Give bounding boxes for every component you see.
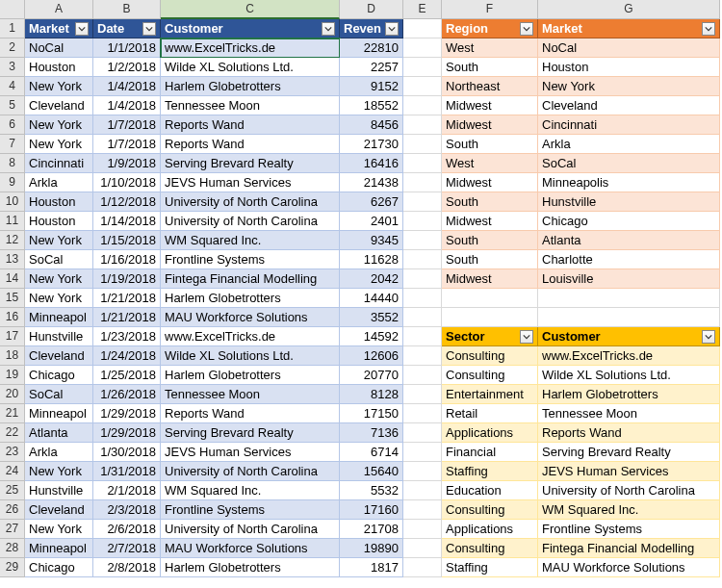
table2-header-market[interactable]: Market [538, 19, 720, 38]
table1-market[interactable]: SoCal [25, 385, 93, 404]
table3-sector[interactable]: Consulting [442, 346, 538, 366]
column-header[interactable]: A [25, 0, 93, 19]
table2-region[interactable]: South [442, 250, 538, 269]
table1-customer[interactable]: Serving Brevard Realty [161, 423, 340, 443]
empty-cell[interactable] [403, 289, 442, 308]
row-header[interactable]: 25 [0, 481, 25, 500]
filter-dropdown-icon[interactable] [322, 22, 335, 36]
table3-sector[interactable]: Financial [442, 443, 538, 462]
empty-cell[interactable] [403, 173, 442, 192]
table1-date[interactable]: 1/30/2018 [93, 443, 161, 462]
table1-date[interactable]: 1/16/2018 [93, 250, 161, 269]
table1-date[interactable]: 1/29/2018 [93, 404, 161, 423]
table3-customer[interactable]: Fintega Financial Modelling [538, 539, 720, 558]
table2-region[interactable]: Midwest [442, 212, 538, 231]
table3-sector[interactable]: Staffing [442, 462, 538, 481]
empty-cell[interactable] [403, 500, 442, 520]
table1-date[interactable]: 1/10/2018 [93, 173, 161, 192]
table1-date[interactable]: 1/23/2018 [93, 327, 161, 346]
table1-header-customer[interactable]: Customer [161, 19, 340, 38]
empty-cell[interactable] [403, 443, 442, 462]
table1-reven[interactable]: 9345 [340, 231, 403, 250]
row-header[interactable]: 24 [0, 462, 25, 481]
table2-region[interactable]: South [442, 231, 538, 250]
table1-date[interactable]: 1/19/2018 [93, 269, 161, 289]
table1-market[interactable]: Minneapol [25, 539, 93, 558]
table1-market[interactable]: New York [25, 462, 93, 481]
empty-cell[interactable] [403, 481, 442, 500]
table1-reven[interactable]: 6267 [340, 192, 403, 212]
table2-region[interactable]: Midwest [442, 269, 538, 289]
row-header[interactable]: 21 [0, 404, 25, 423]
table1-reven[interactable]: 15640 [340, 462, 403, 481]
table1-customer[interactable]: Reports Wand [161, 135, 340, 154]
table3-sector[interactable]: Education [442, 481, 538, 500]
table1-date[interactable]: 2/6/2018 [93, 520, 161, 539]
table3-sector[interactable]: Consulting [442, 366, 538, 385]
row-header[interactable]: 2 [0, 38, 25, 58]
row-header[interactable]: 11 [0, 212, 25, 231]
table1-market[interactable]: New York [25, 115, 93, 135]
table1-reven[interactable]: 17150 [340, 404, 403, 423]
table3-sector[interactable]: Staffing [442, 558, 538, 577]
table1-reven[interactable]: 22810 [340, 38, 403, 58]
row-header[interactable]: 5 [0, 96, 25, 115]
table2-market[interactable]: Atlanta [538, 231, 720, 250]
table1-customer[interactable]: Harlem Globetrotters [161, 558, 340, 577]
table1-market[interactable]: Houston [25, 58, 93, 77]
table3-sector[interactable]: Consulting [442, 539, 538, 558]
table1-customer[interactable]: JEVS Human Services [161, 173, 340, 192]
table2-region[interactable]: South [442, 135, 538, 154]
table1-customer[interactable]: Fintega Financial Modelling [161, 269, 340, 289]
row-header[interactable]: 26 [0, 500, 25, 520]
table1-customer[interactable]: University of North Carolina [161, 462, 340, 481]
select-all-corner[interactable] [0, 0, 25, 19]
table2-market[interactable]: Hunstville [538, 192, 720, 212]
table3-customer[interactable]: www.ExcelTricks.de [538, 346, 720, 366]
table2-market[interactable]: Charlotte [538, 250, 720, 269]
table1-customer[interactable]: Tennessee Moon [161, 385, 340, 404]
table1-date[interactable]: 2/1/2018 [93, 481, 161, 500]
row-header[interactable]: 9 [0, 173, 25, 192]
table1-date[interactable]: 1/24/2018 [93, 346, 161, 366]
row-header[interactable]: 10 [0, 192, 25, 212]
table1-reven[interactable]: 18552 [340, 96, 403, 115]
table1-market[interactable]: Cleveland [25, 96, 93, 115]
row-header[interactable]: 23 [0, 443, 25, 462]
row-header[interactable]: 4 [0, 77, 25, 96]
row-header[interactable]: 13 [0, 250, 25, 269]
row-header[interactable]: 18 [0, 346, 25, 366]
table1-customer[interactable]: Harlem Globetrotters [161, 366, 340, 385]
table1-market[interactable]: Minneapol [25, 308, 93, 327]
table1-date[interactable]: 1/4/2018 [93, 77, 161, 96]
table2-region[interactable]: West [442, 38, 538, 58]
table1-reven[interactable]: 12606 [340, 346, 403, 366]
table3-customer[interactable]: MAU Workforce Solutions [538, 558, 720, 577]
table1-date[interactable]: 1/15/2018 [93, 231, 161, 250]
table1-customer[interactable]: University of North Carolina [161, 192, 340, 212]
table1-customer[interactable]: Serving Brevard Realty [161, 154, 340, 173]
table1-customer[interactable]: University of North Carolina [161, 520, 340, 539]
table1-reven[interactable]: 21708 [340, 520, 403, 539]
empty-cell[interactable] [403, 58, 442, 77]
table1-market[interactable]: New York [25, 269, 93, 289]
table1-market[interactable]: Chicago [25, 558, 93, 577]
table3-customer[interactable]: WM Squared Inc. [538, 500, 720, 520]
empty-cell[interactable] [403, 462, 442, 481]
empty-cell[interactable] [403, 192, 442, 212]
table3-sector[interactable]: Consulting [442, 500, 538, 520]
table1-reven[interactable]: 2401 [340, 212, 403, 231]
table1-customer[interactable]: www.ExcelTricks.de [161, 38, 340, 58]
table1-reven[interactable]: 8456 [340, 115, 403, 135]
row-header[interactable]: 12 [0, 231, 25, 250]
table1-reven[interactable]: 20770 [340, 366, 403, 385]
empty-cell[interactable] [403, 520, 442, 539]
table3-header-sector[interactable]: Sector [442, 327, 538, 346]
table3-sector[interactable]: Applications [442, 520, 538, 539]
table2-market[interactable]: Cleveland [538, 96, 720, 115]
table1-market[interactable]: Hunstville [25, 327, 93, 346]
table1-reven[interactable]: 21438 [340, 173, 403, 192]
table1-market[interactable]: New York [25, 135, 93, 154]
table1-market[interactable]: New York [25, 231, 93, 250]
filter-dropdown-icon[interactable] [702, 330, 715, 344]
